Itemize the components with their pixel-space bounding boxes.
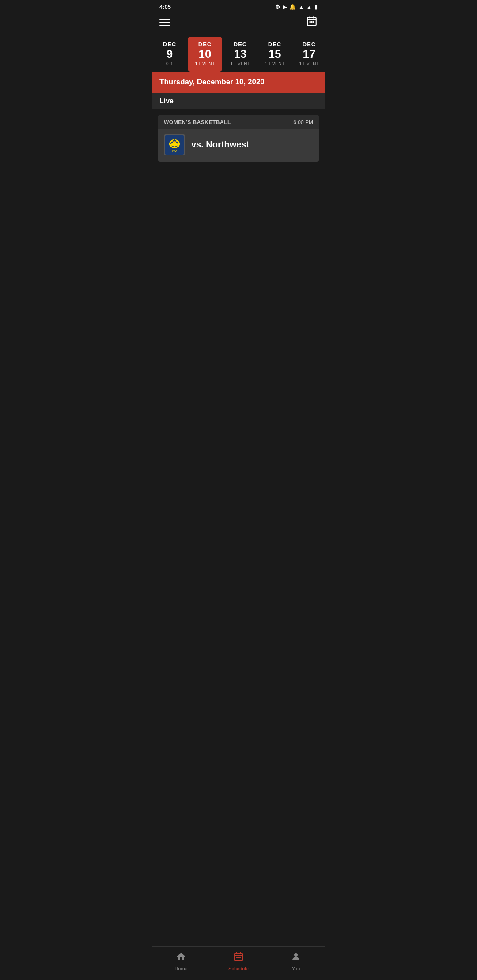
date-day-dec10: 10 bbox=[190, 48, 220, 60]
app-bar bbox=[152, 12, 325, 35]
date-events-dec10: 1 EVENT bbox=[190, 61, 220, 66]
svg-rect-4 bbox=[310, 21, 311, 23]
hamburger-line-3 bbox=[159, 25, 170, 26]
calendar-icon bbox=[306, 15, 318, 27]
notification-icon: 🔔 bbox=[289, 4, 296, 10]
live-section-header: Live bbox=[152, 93, 325, 109]
live-section-label: Live bbox=[159, 97, 174, 105]
status-bar: 4:05 ⚙ ▶ 🔔 ▲ ▲ ▮ bbox=[152, 0, 325, 12]
date-item-dec9[interactable]: DEC 9 0-1 bbox=[152, 37, 187, 72]
date-item-dec13[interactable]: DEC 13 1 EVENT bbox=[223, 37, 257, 72]
svg-text:NU: NU bbox=[172, 149, 177, 152]
settings-icon: ⚙ bbox=[275, 4, 280, 10]
svg-rect-5 bbox=[311, 21, 312, 23]
date-header-text: Thursday, December 10, 2020 bbox=[159, 78, 265, 86]
date-events-dec13: 1 EVENT bbox=[226, 61, 255, 66]
status-time: 4:05 bbox=[159, 4, 171, 10]
battery-icon: ▮ bbox=[314, 4, 318, 10]
wifi-icon: ▲ bbox=[299, 4, 304, 10]
status-icons: ⚙ ▶ 🔔 ▲ ▲ ▮ bbox=[275, 4, 318, 10]
northwest-logo-svg: NU bbox=[165, 135, 184, 155]
hamburger-line-1 bbox=[159, 19, 170, 20]
date-month-dec13: DEC bbox=[226, 41, 255, 48]
calendar-toggle-button[interactable] bbox=[306, 15, 318, 30]
date-month-dec15: DEC bbox=[260, 41, 289, 48]
hamburger-menu-button[interactable] bbox=[159, 19, 170, 26]
svg-rect-6 bbox=[313, 21, 314, 23]
date-header: Thursday, December 10, 2020 bbox=[152, 72, 325, 93]
signal-icon: ▲ bbox=[307, 4, 312, 10]
date-events-dec9: 0-1 bbox=[155, 61, 184, 66]
event-card-body: NU vs. Northwest bbox=[158, 129, 319, 162]
date-item-dec15[interactable]: DEC 15 1 EVENT bbox=[257, 37, 292, 72]
hamburger-line-2 bbox=[159, 22, 170, 23]
date-day-dec17: 17 bbox=[295, 48, 324, 60]
play-icon: ▶ bbox=[283, 4, 287, 10]
date-month-dec17: DEC bbox=[295, 41, 324, 48]
content-area: Thursday, December 10, 2020 Live WOMEN'S… bbox=[152, 72, 325, 215]
date-item-dec17[interactable]: DEC 17 1 EVENT bbox=[292, 37, 325, 72]
date-events-dec17: 1 EVENT bbox=[295, 61, 324, 66]
date-month-dec10: DEC bbox=[190, 41, 220, 48]
event-matchup-text: vs. Northwest bbox=[191, 139, 249, 150]
date-events-dec15: 1 EVENT bbox=[260, 61, 289, 66]
date-day-dec13: 13 bbox=[226, 48, 255, 60]
date-month-dec9: DEC bbox=[155, 41, 184, 48]
team-logo: NU bbox=[164, 134, 185, 155]
event-card-womens-basketball[interactable]: WOMEN'S BASKETBALL 6:00 PM bbox=[158, 115, 319, 162]
date-item-dec10[interactable]: DEC 10 1 EVENT bbox=[188, 37, 222, 72]
event-time-label: 6:00 PM bbox=[293, 119, 313, 125]
date-strip: DEC 9 0-1 DEC 10 1 EVENT DEC 13 1 EVENT … bbox=[152, 35, 325, 72]
event-sport-label: WOMEN'S BASKETBALL bbox=[164, 119, 231, 125]
date-day-dec9: 9 bbox=[155, 48, 184, 60]
date-day-dec15: 15 bbox=[260, 48, 289, 60]
event-card-header: WOMEN'S BASKETBALL 6:00 PM bbox=[158, 115, 319, 129]
